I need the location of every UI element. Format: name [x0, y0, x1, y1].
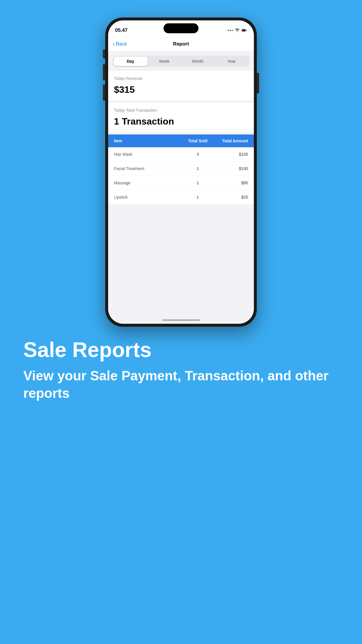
content-area: Day Week Month Year Today Revenue $315 T…: [108, 52, 254, 324]
cell-sold-2: 1: [181, 181, 215, 185]
segment-control: Day Week Month Year: [113, 56, 249, 67]
cell-amount-3: $20: [215, 195, 248, 200]
transaction-value: 1 Transaction: [114, 116, 248, 127]
segment-day[interactable]: Day: [114, 57, 147, 66]
col-header-amount: Total Amount: [215, 139, 248, 143]
battery-icon: [242, 28, 247, 32]
svg-rect-4: [242, 29, 245, 31]
segment-year[interactable]: Year: [215, 57, 249, 66]
cell-sold-3: 1: [181, 195, 215, 200]
cell-item-3: Lipstick: [114, 195, 181, 200]
transaction-card: Today Total Transaction 1 Transaction: [108, 103, 254, 132]
status-bar: 05.47: [108, 20, 254, 36]
segment-week[interactable]: Week: [147, 57, 181, 66]
cell-amount-2: $90: [215, 181, 248, 185]
table-row: Massage 1 $90: [108, 176, 254, 190]
promo-subtitle: View your Sale Payment, Transaction, and…: [23, 367, 339, 402]
col-header-sold: Total Sold: [181, 139, 215, 143]
svg-point-2: [232, 30, 233, 31]
table-body: Hair Mask 3 $105 Facial Treatment 1 $100…: [108, 147, 254, 204]
table-row: Facial Treatment 1 $100: [108, 162, 254, 176]
home-indicator: [162, 319, 200, 321]
cell-item-1: Facial Treatment: [114, 166, 181, 171]
back-button[interactable]: ‹ Back: [113, 41, 127, 47]
cell-amount-1: $100: [215, 166, 248, 171]
page-title: Report: [173, 41, 189, 47]
wifi-icon: [235, 28, 240, 32]
back-label: Back: [116, 41, 127, 47]
svg-point-0: [228, 30, 229, 31]
cell-amount-0: $105: [215, 152, 248, 157]
status-time: 05.47: [115, 27, 128, 33]
back-chevron-icon: ‹: [113, 41, 115, 47]
dynamic-island: [164, 23, 198, 33]
table-row: Lipstick 1 $20: [108, 190, 254, 204]
table-header: Item Total Sold Total Amount: [108, 134, 254, 147]
segment-month[interactable]: Month: [181, 57, 215, 66]
revenue-card: Today Revenue $315: [108, 71, 254, 100]
cell-item-2: Massage: [114, 181, 181, 185]
nav-bar: ‹ Back Report: [108, 36, 254, 52]
status-icons: [228, 28, 247, 32]
phone-mockup: 05.47: [105, 18, 257, 327]
items-table: Item Total Sold Total Amount Hair Mask 3…: [108, 134, 254, 204]
revenue-value: $315: [114, 84, 248, 95]
transaction-label: Today Total Transaction: [114, 108, 248, 113]
promo-section: Sale Reports View your Sale Payment, Tra…: [0, 338, 362, 402]
table-row: Hair Mask 3 $105: [108, 147, 254, 162]
signal-icon: [228, 28, 233, 32]
cell-item-0: Hair Mask: [114, 152, 181, 157]
revenue-label: Today Revenue: [114, 76, 248, 81]
svg-point-1: [230, 30, 231, 31]
col-header-item: Item: [114, 139, 181, 143]
cell-sold-1: 1: [181, 166, 215, 171]
cell-sold-0: 3: [181, 152, 215, 157]
promo-title: Sale Reports: [23, 338, 339, 361]
